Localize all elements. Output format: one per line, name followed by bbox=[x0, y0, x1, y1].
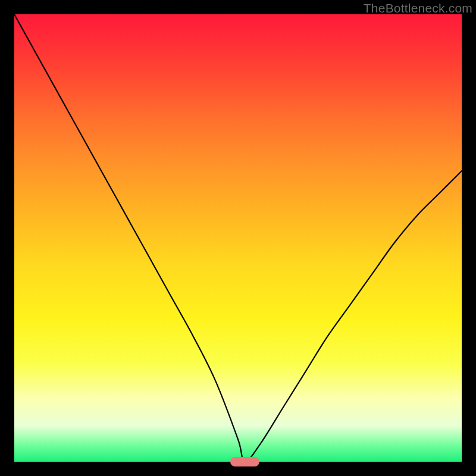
bottleneck-curve bbox=[14, 14, 462, 462]
chart-frame bbox=[14, 14, 462, 462]
watermark-text: TheBottleneck.com bbox=[364, 1, 472, 15]
optimal-marker bbox=[230, 457, 259, 466]
